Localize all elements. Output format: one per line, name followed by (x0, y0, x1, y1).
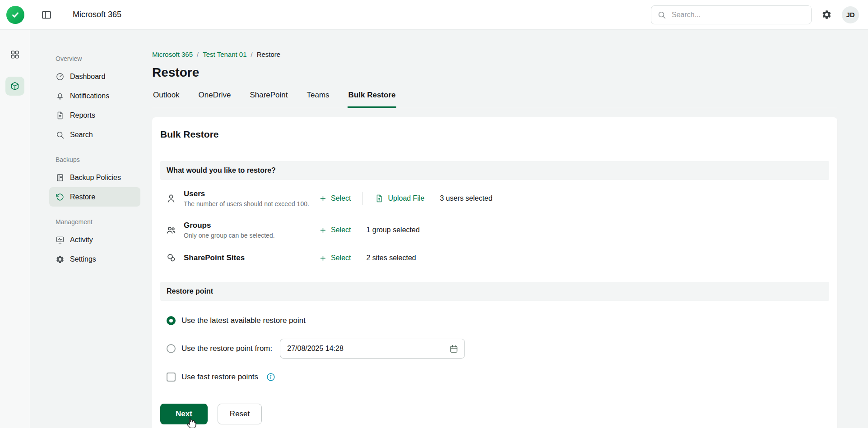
calendar-picker-button[interactable] (449, 344, 459, 354)
activity-monitor-icon (56, 235, 65, 244)
page-title: Restore (152, 65, 837, 80)
radio-restore-point-from[interactable] (167, 344, 176, 353)
upload-file-label: Upload File (388, 194, 424, 202)
backup-policies-icon (56, 173, 65, 182)
sidebar-item-label: Backup Policies (70, 174, 121, 182)
select-users-button[interactable]: Select (319, 194, 351, 202)
row-description: Only one group can be selected. (184, 232, 319, 239)
tab-sharepoint[interactable]: SharePoint (249, 91, 288, 108)
gear-icon (56, 255, 65, 264)
option-fast-restore-points: Use fast restore points (167, 372, 829, 382)
next-button-label: Next (176, 410, 192, 418)
restore-icon (56, 193, 65, 202)
sidebar-item-label: Dashboard (70, 73, 105, 81)
sidebar-item-reports[interactable]: Reports (49, 106, 140, 125)
restore-point-date-field (280, 339, 465, 359)
next-button[interactable]: Next (160, 404, 208, 424)
search-icon (657, 10, 666, 19)
rail-apps-button[interactable] (5, 45, 24, 64)
user-avatar[interactable]: JD (842, 6, 859, 23)
restore-row-users: Users The number of users should not exc… (166, 183, 824, 214)
vertical-divider (362, 192, 363, 205)
gear-icon (822, 9, 832, 20)
users-selected-status: 3 users selected (440, 194, 492, 202)
calendar-icon (449, 344, 459, 354)
restore-row-sharepoint-sites: SharePoint Sites Select 2 sites selected (166, 246, 824, 270)
card-divider (160, 150, 829, 150)
restore-point-options: Use the latest available restore point U… (160, 301, 829, 382)
logo-wrap (0, 6, 30, 24)
checkbox-fast-restore-points[interactable] (167, 373, 176, 382)
topbar-right: JD (651, 5, 868, 24)
brand-logo[interactable] (6, 6, 24, 24)
bell-icon (56, 92, 65, 101)
sidebar-section-overview: Overview (56, 55, 140, 62)
tab-outlook[interactable]: Outlook (152, 91, 181, 108)
row-title: SharePoint Sites (184, 253, 319, 262)
select-label: Select (331, 194, 351, 202)
apps-grid-icon (10, 50, 20, 60)
breadcrumb-separator: / (251, 51, 253, 58)
upload-file-button[interactable]: Upload File (375, 194, 424, 203)
sidebar-item-label: Search (70, 131, 93, 139)
sidebar-section-management: Management (56, 218, 140, 226)
sidebar-toggle-button[interactable] (39, 8, 54, 22)
upload-file-icon (375, 194, 384, 203)
icon-rail (0, 30, 30, 428)
main-area: Overview Dashboard Notifications Reports (0, 30, 868, 428)
global-search (651, 5, 812, 24)
restore-point-date-input[interactable] (286, 344, 445, 353)
option-latest-restore-point: Use the latest available restore point (167, 316, 829, 325)
row-labels: SharePoint Sites (184, 253, 319, 262)
sidebar-item-restore[interactable]: Restore (49, 187, 140, 207)
option-label[interactable]: Use fast restore points (181, 373, 258, 382)
breadcrumb-link-tenant[interactable]: Test Tenant 01 (203, 51, 246, 58)
select-label: Select (331, 254, 351, 262)
radio-latest-restore-point[interactable] (167, 316, 176, 325)
groups-icon (166, 225, 177, 235)
sidebar: Overview Dashboard Notifications Reports (30, 30, 152, 428)
sidebar-item-backup-policies[interactable]: Backup Policies (49, 168, 140, 187)
sidebar-item-settings[interactable]: Settings (49, 249, 140, 269)
content-area: Microsoft 365 / Test Tenant 01 / Restore… (152, 30, 868, 428)
plus-icon (319, 254, 327, 262)
option-restore-point-from: Use the restore point from: (167, 339, 829, 359)
plus-icon (319, 195, 327, 202)
select-sites-button[interactable]: Select (319, 254, 351, 262)
option-label[interactable]: Use the restore point from: (181, 344, 272, 353)
select-label: Select (331, 226, 351, 234)
rail-organizations-button[interactable] (5, 77, 24, 96)
sidebar-item-search[interactable]: Search (49, 125, 140, 144)
fast-restore-info-button[interactable] (266, 372, 276, 382)
info-icon (266, 372, 276, 382)
sidebar-item-label: Reports (70, 111, 95, 120)
breadcrumb-separator: / (197, 51, 199, 58)
groups-selected-status: 1 group selected (366, 226, 419, 234)
reset-button[interactable]: Reset (218, 404, 262, 424)
breadcrumb-link-root[interactable]: Microsoft 365 (152, 51, 193, 58)
tab-onedrive[interactable]: OneDrive (198, 91, 232, 108)
sidebar-item-dashboard[interactable]: Dashboard (49, 67, 140, 86)
sidebar-item-notifications[interactable]: Notifications (49, 86, 140, 106)
tab-bulk-restore[interactable]: Bulk Restore (348, 91, 397, 108)
sidebar-item-activity[interactable]: Activity (49, 230, 140, 249)
option-label[interactable]: Use the latest available restore point (181, 316, 306, 325)
plus-icon (319, 226, 327, 234)
search-input[interactable] (671, 10, 805, 19)
sharepoint-sites-icon (166, 253, 177, 263)
app-window: Microsoft 365 JD (0, 0, 868, 428)
sidebar-section-backups: Backups (56, 156, 140, 163)
checkmark-icon (10, 9, 21, 20)
topbar: Microsoft 365 JD (0, 0, 868, 30)
restore-point-header: Restore point (160, 282, 829, 301)
restore-row-groups: Groups Only one group can be selected. S… (166, 214, 824, 246)
tab-teams[interactable]: Teams (306, 91, 330, 108)
topbar-settings-button[interactable] (820, 8, 834, 22)
row-title: Groups (184, 221, 319, 230)
breadcrumb: Microsoft 365 / Test Tenant 01 / Restore (152, 51, 837, 58)
panel-toggle-icon (41, 9, 52, 20)
sites-selected-status: 2 sites selected (366, 254, 416, 262)
report-document-icon (56, 111, 65, 120)
select-groups-button[interactable]: Select (319, 226, 351, 234)
row-description: The number of users should not exceed 10… (184, 200, 319, 207)
